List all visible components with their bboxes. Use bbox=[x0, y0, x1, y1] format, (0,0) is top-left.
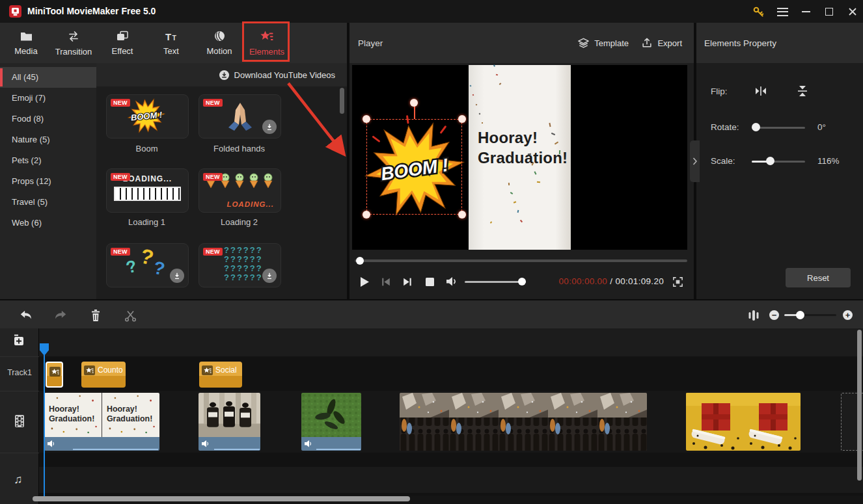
tab-text[interactable]: TT Text bbox=[148, 23, 194, 63]
maximize-button[interactable] bbox=[821, 3, 838, 20]
element-card-questions[interactable]: NEW ? ? ? bbox=[106, 243, 189, 287]
selection-handle-nw[interactable] bbox=[363, 115, 370, 123]
template-button[interactable]: Template bbox=[577, 23, 629, 63]
sidebar-item-pets[interactable]: Pets (2) bbox=[0, 150, 96, 171]
elements-panel: Download YouTube Videos NEW BOOM ! Boom … bbox=[96, 63, 347, 299]
rotation-handle[interactable] bbox=[410, 99, 418, 107]
selection-handle-se[interactable] bbox=[458, 211, 466, 219]
zoom-in-button[interactable]: + bbox=[843, 310, 853, 320]
sidebar-item-travel[interactable]: Travel (5) bbox=[0, 192, 96, 213]
element-clip-label: Counto bbox=[98, 365, 123, 375]
scale-slider[interactable] bbox=[752, 160, 805, 163]
text-icon: TT bbox=[165, 31, 178, 42]
tab-label: Transition bbox=[55, 47, 92, 57]
tab-label: Effect bbox=[111, 46, 133, 56]
new-badge: NEW bbox=[203, 248, 223, 256]
zoom-fit-icon[interactable] bbox=[745, 306, 763, 325]
timeline-ruler[interactable] bbox=[39, 328, 863, 356]
video-clip-ceremony[interactable] bbox=[400, 393, 647, 451]
total-duration: 00:01:09.20 bbox=[615, 276, 664, 286]
license-key-button[interactable] bbox=[750, 3, 767, 20]
redo-button[interactable] bbox=[51, 306, 70, 325]
tab-media[interactable]: Media bbox=[3, 23, 49, 63]
flip-vertical-button[interactable] bbox=[795, 84, 810, 98]
download-youtube-link[interactable]: Download YouTube Videos bbox=[219, 63, 335, 86]
play-button[interactable] bbox=[356, 273, 373, 290]
sidebar-item-food[interactable]: Food (8) bbox=[0, 109, 96, 129]
element-clip-selected[interactable] bbox=[46, 362, 63, 388]
sidebar-item-nature[interactable]: Nature (5) bbox=[0, 129, 96, 150]
volume-slider[interactable] bbox=[465, 280, 526, 283]
tab-elements[interactable]: Elements bbox=[244, 23, 290, 63]
tab-label: Media bbox=[14, 46, 37, 56]
sidebar-item-all[interactable]: All (45) bbox=[0, 67, 96, 88]
element-selection-box[interactable] bbox=[366, 119, 462, 215]
sidebar-item-props[interactable]: Props (12) bbox=[0, 171, 96, 192]
video-clip-gift[interactable] bbox=[686, 393, 801, 451]
new-badge: NEW bbox=[203, 99, 223, 107]
rotate-slider[interactable] bbox=[752, 126, 805, 129]
panel-collapse-handle[interactable] bbox=[690, 140, 700, 182]
category-sidebar: All (45) Emoji (7) Food (8) Nature (5) P… bbox=[0, 63, 96, 299]
motion-sphere-icon bbox=[213, 30, 226, 42]
card-download-button[interactable] bbox=[262, 120, 277, 134]
vertical-scrollbar[interactable] bbox=[857, 330, 862, 481]
elements-scrollbar[interactable] bbox=[340, 88, 344, 296]
video-preview[interactable]: Hooray! Graduation! BOOM ! bbox=[352, 65, 687, 250]
player-title: Player bbox=[358, 38, 383, 48]
seek-bar[interactable] bbox=[355, 256, 687, 265]
sidebar-item-label: Emoji (7) bbox=[12, 93, 46, 103]
element-card-loading2[interactable]: NEW LOADING... bbox=[199, 168, 281, 213]
timeline-zoom-slider[interactable] bbox=[784, 314, 836, 316]
new-badge: NEW bbox=[203, 173, 223, 181]
previous-frame-button[interactable] bbox=[377, 273, 394, 290]
track1-label: Track1 bbox=[0, 368, 39, 377]
video-clip-hooray[interactable] bbox=[44, 393, 159, 451]
speaker-icon bbox=[305, 440, 312, 448]
minimize-button[interactable] bbox=[797, 3, 814, 20]
next-frame-button[interactable] bbox=[399, 273, 416, 290]
zoom-out-button[interactable]: − bbox=[769, 310, 779, 320]
close-button[interactable] bbox=[844, 3, 861, 20]
split-button[interactable] bbox=[121, 306, 139, 325]
playhead-line bbox=[44, 355, 45, 496]
tab-transition[interactable]: Transition bbox=[51, 23, 96, 63]
tab-effect[interactable]: Effect bbox=[100, 23, 145, 63]
undo-button[interactable] bbox=[17, 306, 35, 325]
menu-button[interactable] bbox=[774, 3, 791, 20]
element-clip-countdown[interactable]: Counto bbox=[81, 362, 126, 388]
clip-audio-bar bbox=[301, 437, 361, 451]
flip-label: Flip: bbox=[711, 86, 728, 96]
element-clip-icon bbox=[49, 367, 61, 377]
video-clip-grass[interactable] bbox=[301, 393, 361, 451]
clip-audio-bar bbox=[44, 437, 159, 451]
sidebar-item-web[interactable]: Web (6) bbox=[0, 213, 96, 233]
element-card-folded-hands[interactable]: NEW bbox=[199, 94, 281, 139]
element-card-boom[interactable]: NEW BOOM ! bbox=[106, 94, 189, 139]
fullscreen-button[interactable] bbox=[669, 273, 686, 290]
selection-handle-ne[interactable] bbox=[458, 115, 466, 123]
video-clip-graduates[interactable] bbox=[199, 393, 260, 451]
tab-motion[interactable]: Motion bbox=[197, 23, 242, 63]
delete-button[interactable] bbox=[87, 306, 105, 325]
stop-button[interactable] bbox=[421, 273, 438, 290]
loading-bar bbox=[114, 187, 181, 201]
rotate-value: 0° bbox=[817, 122, 826, 132]
element-clip-social[interactable]: Social bbox=[199, 362, 242, 388]
manage-tracks-button[interactable] bbox=[11, 332, 27, 348]
flip-horizontal-button[interactable] bbox=[754, 84, 768, 98]
download-arrow-icon bbox=[264, 122, 275, 132]
element-card-question-grid[interactable]: NEW ?????? ?????? ?????? ?????? bbox=[199, 243, 281, 287]
reset-button[interactable]: Reset bbox=[786, 268, 851, 287]
video-thumbnails bbox=[686, 393, 801, 451]
export-button[interactable]: Export bbox=[641, 23, 682, 63]
sidebar-item-emoji[interactable]: Emoji (7) bbox=[0, 88, 96, 109]
card-download-button[interactable] bbox=[262, 269, 277, 283]
horizontal-scrollbar[interactable] bbox=[33, 496, 410, 501]
volume-icon[interactable] bbox=[443, 273, 459, 290]
title-bar: MiniTool MovieMaker Free 5.0 bbox=[0, 0, 863, 23]
card-download-button[interactable] bbox=[170, 269, 184, 283]
element-card-loading1[interactable]: NEW LOADING... bbox=[106, 168, 189, 213]
download-arrow-icon bbox=[264, 271, 275, 281]
selection-handle-sw[interactable] bbox=[363, 211, 370, 219]
